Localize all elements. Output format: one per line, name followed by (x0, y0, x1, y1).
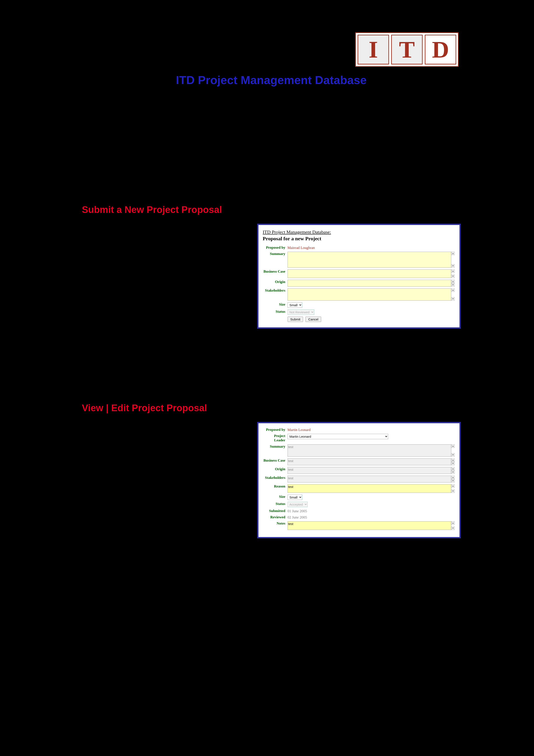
stakeholders-row: Stakeholders ▲▼ (263, 475, 455, 482)
size-label: Size (263, 495, 288, 499)
scroll-down-icon[interactable]: ▼ (451, 264, 455, 268)
size-select[interactable]: Small (288, 495, 302, 500)
business-case-label: Business Case (263, 458, 288, 463)
scroll-down-icon[interactable]: ▼ (451, 471, 455, 474)
origin-label: Origin (263, 467, 288, 471)
scroll-down-icon[interactable]: ▼ (451, 283, 455, 286)
proposed-by-row: Proposed by Martin Leonard (263, 428, 455, 432)
scroll-down-icon[interactable]: ▼ (451, 526, 455, 530)
proposed-by-label: Proposed by (263, 245, 288, 250)
page-title: ITD Project Management Database (82, 73, 461, 87)
scroll-down-icon[interactable]: ▼ (451, 489, 455, 493)
proposed-by-label: Proposed by (263, 428, 288, 432)
scrollbar[interactable]: ▲▼ (451, 484, 455, 493)
origin-row: Origin ▲▼ (263, 467, 455, 474)
project-leader-select[interactable]: Martin Leonard (288, 434, 388, 439)
scroll-down-icon[interactable]: ▼ (451, 479, 455, 482)
scroll-down-icon[interactable]: ▼ (451, 453, 455, 457)
scrollbar[interactable]: ▲▼ (451, 458, 455, 465)
itd-logo: I T D (355, 32, 459, 67)
logo-letter-t: T (391, 35, 423, 65)
scrollbar[interactable]: ▲▼ (451, 269, 455, 278)
proposed-by-value: Mairead Loughran (288, 246, 315, 250)
submit-section: Any member of ITD can submit a project p… (82, 224, 461, 329)
intro-paragraph-3: PMDB will continue to be enhanced over t… (82, 163, 461, 185)
scroll-up-icon[interactable]: ▲ (451, 252, 455, 255)
reason-textarea[interactable] (288, 484, 451, 493)
notes-label: Notes (263, 521, 288, 526)
origin-textarea[interactable] (288, 467, 451, 474)
scroll-down-icon[interactable]: ▼ (451, 275, 455, 278)
submit-screenshot-wrap: ITD Project Management Database: Proposa… (257, 224, 461, 329)
scroll-up-icon[interactable]: ▲ (451, 467, 455, 471)
proposed-by-row: Proposed by Mairead Loughran (263, 245, 455, 250)
size-row: Size Small (263, 495, 455, 500)
submitted-row: Submitted 01 June 2005 (263, 509, 455, 513)
logo-letter-d: D (425, 35, 456, 65)
origin-row: Origin ▲▼ (263, 280, 455, 286)
business-case-row: Business Case ▲▼ (263, 269, 455, 278)
document-page: I T D ITD Project Management Database To… (0, 0, 534, 756)
scrollbar[interactable]: ▲▼ (451, 521, 455, 530)
scroll-up-icon[interactable]: ▲ (451, 521, 455, 525)
notes-row: Notes ▲▼ (263, 521, 455, 530)
scrollbar[interactable]: ▲▼ (451, 445, 455, 457)
status-label: Status (263, 502, 288, 506)
scroll-up-icon[interactable]: ▲ (451, 288, 455, 292)
business-case-textarea[interactable] (288, 269, 451, 278)
view-text: All Project proposals can be viewed by a… (82, 422, 249, 481)
scrollbar[interactable]: ▲▼ (451, 280, 455, 286)
intro-paragraph-2: The database is accessed from the ITD ho… (82, 141, 461, 152)
business-case-textarea[interactable] (288, 458, 451, 465)
stakeholders-textarea[interactable] (288, 288, 451, 301)
stakeholders-textarea[interactable] (288, 475, 451, 482)
notes-textarea[interactable] (288, 521, 451, 530)
scroll-up-icon[interactable]: ▲ (451, 458, 455, 462)
reviewed-value: 02 June 2005 (288, 515, 307, 519)
summary-textarea[interactable] (288, 252, 451, 268)
summary-row: Summary ▲▼ (263, 445, 455, 457)
view-p1: All Project proposals can be viewed by a… (82, 429, 249, 473)
scrollbar[interactable]: ▲▼ (451, 288, 455, 301)
reason-row: Reason ▲▼ (263, 484, 455, 493)
scroll-down-icon[interactable]: ▼ (451, 297, 455, 301)
scroll-up-icon[interactable]: ▲ (451, 475, 455, 479)
scrollbar[interactable]: ▲▼ (451, 475, 455, 482)
status-row: Status Not Reviewed (263, 310, 455, 315)
submit-p1: Any member of ITD can submit a project p… (82, 231, 249, 253)
view-screenshot-wrap: Proposed by Martin Leonard Project Leade… (257, 422, 461, 538)
stakeholders-label: Stakeholders (263, 288, 288, 293)
origin-label: Origin (263, 280, 288, 284)
size-label: Size (263, 302, 288, 307)
scroll-up-icon[interactable]: ▲ (451, 269, 455, 273)
stakeholders-row: Stakeholders ▲▼ (263, 288, 455, 301)
view-section: All Project proposals can be viewed by a… (82, 422, 461, 538)
business-case-row: Business Case ▲▼ (263, 458, 455, 465)
scroll-down-icon[interactable]: ▼ (451, 462, 455, 465)
intro-paragraph-1: To assist the ITD SMG with managing the … (82, 97, 461, 130)
stakeholders-label: Stakeholders (263, 475, 288, 480)
size-select[interactable]: Small (288, 302, 302, 308)
submit-p4: If rejected, a reason will be supplied, … (82, 372, 461, 383)
button-row: Submit Cancel (288, 316, 455, 322)
summary-label: Summary (263, 252, 288, 256)
proposal-form-screenshot: ITD Project Management Database: Proposa… (257, 224, 461, 329)
submit-button[interactable]: Submit (288, 316, 303, 322)
scroll-up-icon[interactable]: ▲ (451, 484, 455, 488)
scrollbar[interactable]: ▲▼ (451, 252, 455, 268)
origin-textarea[interactable] (288, 280, 451, 286)
summary-label: Summary (263, 445, 288, 449)
business-case-label: Business Case (263, 269, 288, 274)
status-select: Not Reviewed (288, 310, 314, 315)
scroll-up-icon[interactable]: ▲ (451, 445, 455, 448)
logo-letter-i: I (358, 35, 389, 65)
db-title-link[interactable]: ITD Project Management Database: (263, 229, 455, 235)
status-row: Status Accepted (263, 502, 455, 507)
view-p2: Accepted projects appear under "All Proj… (82, 549, 461, 560)
cancel-button[interactable]: Cancel (305, 316, 321, 322)
scroll-up-icon[interactable]: ▲ (451, 280, 455, 283)
submit-text: Any member of ITD can submit a project p… (82, 224, 249, 290)
scrollbar[interactable]: ▲▼ (451, 467, 455, 474)
summary-textarea[interactable] (288, 445, 451, 457)
submitted-label: Submitted (263, 509, 288, 513)
